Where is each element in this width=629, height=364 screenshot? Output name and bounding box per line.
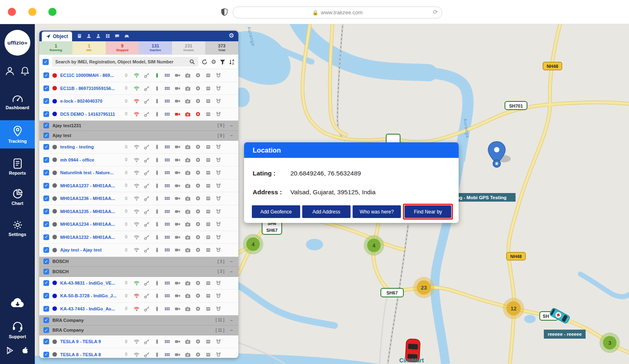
row-checkbox[interactable]: ✓	[43, 306, 49, 312]
signal-icon[interactable]	[131, 306, 142, 312]
row-checkbox[interactable]: ✓	[43, 170, 49, 175]
app-logo[interactable]: uffizio»	[5, 30, 30, 56]
stat-idle[interactable]: 1Idle	[72, 41, 106, 54]
trips-icon[interactable]	[77, 34, 82, 38]
sidebar-item-settings[interactable]: Settings	[0, 215, 35, 241]
battery-icon[interactable]	[152, 280, 162, 286]
add-geofence-button[interactable]: Add Geofence	[252, 205, 300, 218]
group-checkbox[interactable]: ✓	[43, 133, 49, 138]
photo-camera-icon[interactable]	[183, 339, 193, 344]
vehicle-name[interactable]: e-lock - 8024040370	[60, 99, 121, 103]
animal-face-icon[interactable]	[213, 352, 224, 357]
video-camera-icon[interactable]	[172, 72, 183, 78]
memory-card-icon[interactable]	[203, 234, 213, 240]
list-item[interactable]: ✓ EC11B - 8697310559156... 0	[39, 82, 238, 95]
stat-inactive[interactable]: 131Inactive	[139, 41, 172, 54]
group-checkbox[interactable]: ✓	[43, 317, 49, 323]
signal-icon[interactable]	[131, 183, 142, 189]
ignition-key-icon[interactable]	[142, 111, 152, 117]
cluster-marker[interactable]: 4	[364, 235, 384, 256]
animal-face-icon[interactable]	[213, 72, 224, 78]
photo-camera-icon[interactable]	[183, 111, 193, 117]
list-item[interactable]: ✓ MH01AA1234 - MH01AA... 0	[39, 218, 238, 231]
select-all-checkbox[interactable]: ✓	[43, 59, 49, 65]
battery-icon[interactable]	[152, 306, 162, 312]
group-checkbox[interactable]: ✓	[43, 327, 49, 333]
memory-card-icon[interactable]	[203, 72, 213, 78]
panel-settings-icon[interactable]: ⚙	[229, 32, 234, 39]
photo-camera-icon[interactable]	[183, 221, 193, 227]
memory-card-icon[interactable]	[203, 339, 213, 344]
group-checkbox[interactable]: ✓	[43, 269, 49, 274]
filter-icon[interactable]	[219, 59, 226, 65]
ignition-key-icon[interactable]	[142, 306, 152, 312]
channels-icon[interactable]	[162, 98, 172, 104]
group-row[interactable]: ✓ Ajay test [ 9 ] –	[39, 131, 238, 141]
photo-camera-icon[interactable]	[183, 183, 193, 189]
row-checkbox[interactable]: ✓	[43, 221, 49, 227]
animal-face-icon[interactable]	[213, 247, 224, 253]
row-checkbox[interactable]: ✓	[43, 339, 49, 344]
animal-face-icon[interactable]	[213, 144, 224, 150]
list-item[interactable]: ✓ mh 0944 - office 0	[39, 154, 238, 167]
signal-icon[interactable]	[131, 234, 142, 240]
memory-card-icon[interactable]	[203, 306, 213, 312]
apple-icon[interactable]	[21, 346, 29, 355]
vehicle-name[interactable]: KA-50-B-3728 - IndiGo_J...	[60, 293, 121, 298]
row-checkbox[interactable]: ✓	[43, 85, 49, 91]
messages-icon[interactable]	[115, 34, 120, 38]
channels-icon[interactable]	[162, 339, 172, 344]
vehicle-name[interactable]: DC5 DEMO - 14163795111	[60, 112, 121, 117]
tracking-protection-icon[interactable]	[221, 8, 228, 16]
ignition-key-icon[interactable]	[142, 85, 152, 91]
animal-face-icon[interactable]	[213, 221, 224, 227]
video-camera-icon[interactable]	[172, 195, 183, 201]
signal-icon[interactable]	[131, 280, 142, 286]
ignition-key-icon[interactable]	[142, 280, 152, 286]
memory-card-icon[interactable]	[203, 209, 213, 214]
memory-card-icon[interactable]	[203, 293, 213, 299]
battery-icon[interactable]	[152, 195, 162, 201]
battery-icon[interactable]	[152, 157, 162, 163]
list-item[interactable]: ✓ KA-50-B-3728 - IndiGo_J... 0	[39, 290, 238, 303]
photo-camera-icon[interactable]	[183, 209, 193, 214]
channels-icon[interactable]	[162, 234, 172, 240]
vehicle-name[interactable]: Naturelink test - Nature...	[60, 170, 121, 175]
row-checkbox[interactable]: ✓	[43, 144, 49, 150]
row-checkbox[interactable]: ✓	[43, 352, 49, 357]
record-icon[interactable]	[193, 247, 203, 253]
video-camera-icon[interactable]	[172, 280, 183, 286]
video-camera-icon[interactable]	[172, 352, 183, 357]
signal-icon[interactable]	[131, 339, 142, 344]
memory-card-icon[interactable]	[203, 85, 213, 91]
list-item[interactable]: ✓ Ajay test - Ajay test 0	[39, 244, 238, 257]
list-item[interactable]: ✓ EC11C 10000MAH - 869... 0	[39, 69, 238, 82]
ignition-key-icon[interactable]	[142, 234, 152, 240]
ignition-key-icon[interactable]	[142, 352, 152, 357]
video-camera-icon[interactable]	[172, 98, 183, 104]
grid-view-icon[interactable]	[105, 34, 110, 38]
video-camera-icon[interactable]	[172, 234, 183, 240]
memory-card-icon[interactable]	[203, 98, 213, 104]
channels-icon[interactable]	[162, 209, 172, 214]
list-item[interactable]: ✓ testing - testing 0	[39, 141, 238, 154]
channels-icon[interactable]	[162, 195, 172, 201]
list-item[interactable]: ✓ MH01AA1232 - MH01AA... 0	[39, 231, 238, 244]
sidebar-item-dashboard[interactable]: Dashboard	[0, 89, 35, 114]
battery-icon[interactable]	[152, 221, 162, 227]
signal-icon[interactable]	[131, 98, 142, 104]
animal-face-icon[interactable]	[213, 293, 224, 299]
add-address-button[interactable]: Add Address	[302, 205, 351, 218]
passenger-icon[interactable]	[96, 34, 101, 38]
photo-camera-icon[interactable]	[183, 352, 193, 357]
signal-icon[interactable]	[131, 221, 142, 227]
signal-icon[interactable]	[131, 111, 142, 117]
vehicle-name[interactable]: testing - testing	[60, 144, 121, 149]
sidebar-item-support[interactable]: Support	[0, 321, 35, 339]
record-icon[interactable]	[193, 339, 203, 344]
vehicle-label[interactable]: reeeee - reeeee	[544, 330, 586, 339]
search-input[interactable]: Search by IMEI, Registration, Object Mod…	[52, 57, 198, 67]
video-camera-icon[interactable]	[172, 111, 183, 117]
ignition-key-icon[interactable]	[142, 144, 152, 150]
collapse-icon[interactable]: –	[230, 269, 233, 274]
